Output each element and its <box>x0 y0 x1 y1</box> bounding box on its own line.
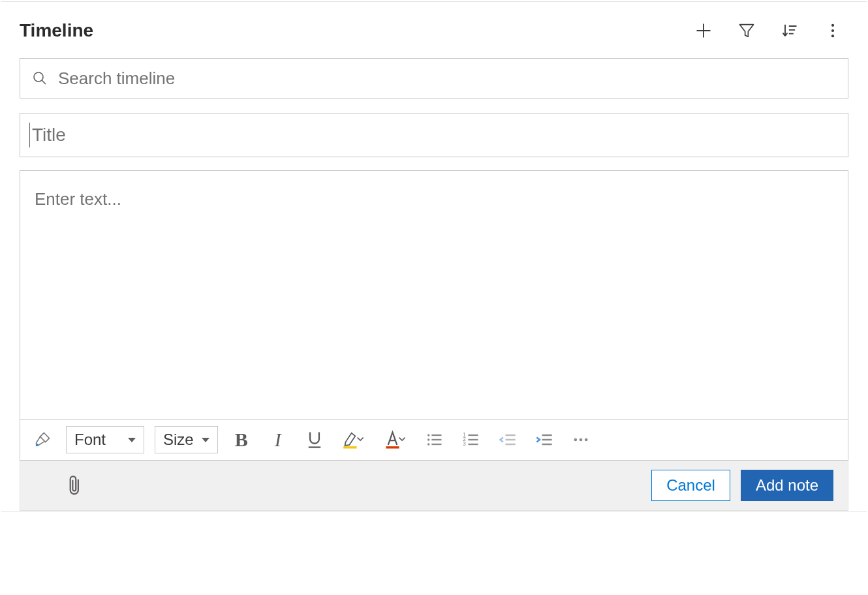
caret-down-icon <box>128 438 136 442</box>
svg-text:1: 1 <box>463 432 466 438</box>
svg-point-1 <box>831 29 834 32</box>
italic-icon: I <box>275 429 281 451</box>
add-button[interactable] <box>688 15 719 46</box>
size-select[interactable]: Size <box>155 426 218 453</box>
bullet-list-icon <box>426 431 444 449</box>
svg-point-14 <box>585 438 588 442</box>
outdent-button[interactable] <box>495 427 521 453</box>
font-color-button[interactable] <box>380 427 411 453</box>
caret-down-icon <box>202 438 209 442</box>
note-body-input[interactable]: Enter text... <box>20 171 848 419</box>
timeline-header: Timeline <box>20 15 848 46</box>
more-vertical-icon <box>824 22 842 40</box>
indent-button[interactable] <box>531 427 557 453</box>
attach-file-button[interactable] <box>61 471 89 500</box>
search-icon <box>32 70 48 86</box>
font-select[interactable]: Font <box>66 426 144 453</box>
note-footer: Cancel Add note <box>20 461 848 511</box>
note-title-box[interactable] <box>20 113 848 157</box>
numbered-list-icon: 1 2 3 <box>462 431 480 449</box>
svg-point-6 <box>427 434 430 436</box>
svg-point-0 <box>831 24 834 27</box>
cancel-button[interactable]: Cancel <box>651 470 730 501</box>
svg-point-3 <box>34 72 43 82</box>
format-painter-button[interactable] <box>29 427 55 453</box>
note-title-input[interactable] <box>31 124 837 146</box>
highlight-icon <box>342 430 365 450</box>
svg-point-2 <box>831 35 834 37</box>
timeline-title: Timeline <box>20 20 93 41</box>
svg-rect-5 <box>386 446 399 448</box>
toolbar-more-button[interactable] <box>568 427 594 453</box>
rich-text-toolbar: Font Size B I <box>20 419 848 460</box>
size-select-label: Size <box>163 431 194 449</box>
note-editor: Enter text... Font Size B I <box>20 170 848 461</box>
svg-text:3: 3 <box>463 441 466 447</box>
text-cursor <box>29 123 30 147</box>
sort-icon <box>781 22 799 40</box>
italic-button[interactable]: I <box>265 427 291 453</box>
svg-point-12 <box>574 438 577 442</box>
bold-icon: B <box>235 429 248 451</box>
paperclip-icon <box>67 474 84 496</box>
underline-button[interactable] <box>302 427 328 453</box>
underline-icon <box>305 430 324 450</box>
paintbrush-icon <box>33 431 52 449</box>
svg-point-13 <box>579 438 582 442</box>
bold-button[interactable]: B <box>228 427 255 453</box>
highlight-color-button[interactable] <box>338 427 369 453</box>
more-horizontal-icon <box>572 431 590 449</box>
more-button[interactable] <box>817 15 848 46</box>
search-input[interactable] <box>57 68 836 89</box>
outdent-icon <box>499 431 517 449</box>
font-select-label: Font <box>74 431 106 449</box>
numbered-list-button[interactable]: 1 2 3 <box>458 427 484 453</box>
plus-icon <box>694 22 713 40</box>
svg-point-7 <box>427 438 430 441</box>
funnel-icon <box>737 22 756 40</box>
search-box[interactable] <box>20 58 848 99</box>
indent-icon <box>535 431 553 449</box>
svg-rect-4 <box>343 446 356 448</box>
font-color-icon <box>384 430 407 450</box>
add-note-button[interactable]: Add note <box>741 470 833 501</box>
bullet-list-button[interactable] <box>422 427 448 453</box>
svg-point-8 <box>427 443 430 446</box>
filter-button[interactable] <box>731 15 762 46</box>
svg-text:2: 2 <box>463 436 466 442</box>
timeline-panel: Timeline En <box>1 1 867 511</box>
sort-button[interactable] <box>774 15 805 46</box>
